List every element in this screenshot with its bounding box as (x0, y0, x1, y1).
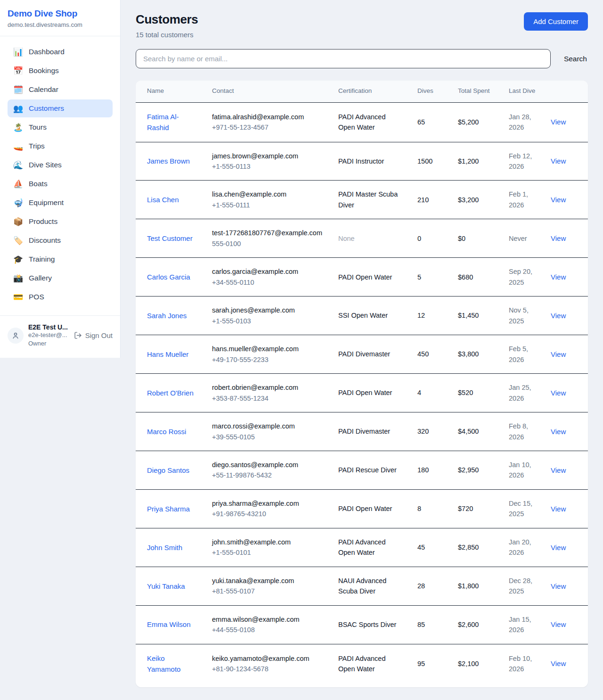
customer-name-link[interactable]: John Smith (147, 544, 182, 552)
speedboat-icon: 🚤 (13, 142, 23, 150)
sidebar-item-tours[interactable]: 🏝️Tours (8, 118, 113, 136)
sidebar-item-dive-sites[interactable]: 🌊Dive Sites (8, 156, 113, 174)
view-link[interactable]: View (551, 544, 566, 552)
view-link[interactable]: View (551, 118, 566, 126)
view-link[interactable]: View (551, 389, 566, 397)
customer-name-link[interactable]: Lisa Chen (147, 196, 179, 204)
customer-name-link[interactable]: Keiko Yamamoto (147, 654, 180, 673)
customer-email: test-1772681807767@example.com (212, 228, 323, 238)
customer-email: sarah.jones@example.com (212, 305, 323, 315)
sign-out-button[interactable]: Sign Out (74, 331, 113, 339)
table-row: Carlos Garciacarlos.garcia@example.com+3… (136, 258, 588, 296)
customers-table: Name Contact Certification Dives Total S… (136, 81, 588, 687)
customer-name-link[interactable]: Test Customer (147, 234, 193, 242)
table-row: Keiko Yamamotokeiko.yamamoto@example.com… (136, 644, 588, 687)
customer-dives: 45 (410, 528, 450, 567)
customer-dives: 65 (410, 102, 450, 142)
customer-last-dive: Never (501, 219, 551, 258)
customer-email: james.brown@example.com (212, 151, 323, 161)
sidebar-item-boats[interactable]: ⛵Boats (8, 175, 113, 193)
customer-dives: 12 (410, 296, 450, 335)
sidebar-item-customers[interactable]: 👥Customers (8, 99, 113, 117)
customer-name-link[interactable]: Priya Sharma (147, 505, 190, 513)
view-link[interactable]: View (551, 196, 566, 204)
sidebar-item-pos[interactable]: 💳POS (8, 288, 113, 306)
customer-name-link[interactable]: Fatima Al-Rashid (147, 113, 179, 132)
bar-chart-icon: 📊 (13, 48, 23, 56)
customer-email: emma.wilson@example.com (212, 614, 323, 625)
customer-certification: PADI Master Scuba Diver (331, 181, 410, 219)
spiral-calendar-icon: 🗓️ (13, 86, 23, 94)
view-link[interactable]: View (551, 312, 566, 320)
user-role: Owner (28, 339, 68, 348)
customer-name-link[interactable]: Carlos Garcia (147, 273, 190, 281)
customer-certification: PADI Advanced Open Water (331, 102, 410, 142)
customer-email: lisa.chen@example.com (212, 189, 323, 199)
customer-phone: +44-555-0108 (212, 625, 323, 635)
sidebar-item-calendar[interactable]: 🗓️Calendar (8, 81, 113, 99)
customer-phone: +49-170-555-2233 (212, 354, 323, 365)
table-row: Hans Muellerhans.mueller@example.com+49-… (136, 335, 588, 374)
customer-name-link[interactable]: Diego Santos (147, 466, 189, 474)
view-link[interactable]: View (551, 620, 566, 628)
view-link[interactable]: View (551, 234, 566, 242)
sidebar-item-products[interactable]: 📦Products (8, 213, 113, 231)
customer-email: fatima.alrashid@example.com (212, 112, 323, 122)
column-header-last-dive: Last Dive (501, 81, 551, 102)
customer-last-dive: Jan 20, 2026 (501, 528, 551, 567)
sidebar: Demo Dive Shop demo.test.divestreams.com… (0, 0, 121, 358)
customer-last-dive: Feb 8, 2026 (501, 412, 551, 451)
view-link[interactable]: View (551, 350, 566, 358)
view-link[interactable]: View (551, 582, 566, 590)
search-button[interactable]: Search (563, 53, 588, 65)
customer-last-dive: Dec 28, 2025 (501, 567, 551, 605)
customer-dives: 0 (410, 219, 450, 258)
search-input[interactable] (136, 49, 551, 68)
sidebar-item-label: Gallery (29, 274, 52, 282)
shop-subdomain: demo.test.divestreams.com (8, 21, 113, 28)
customer-dives: 85 (410, 605, 450, 644)
table-row: Marco Rossimarco.rossi@example.com+39-55… (136, 412, 588, 451)
sidebar-item-dashboard[interactable]: 📊Dashboard (8, 43, 113, 61)
island-icon: 🏝️ (13, 124, 23, 132)
sidebar-item-gallery[interactable]: 📸Gallery (8, 269, 113, 287)
customer-name-link[interactable]: Robert O'Brien (147, 389, 194, 397)
view-link[interactable]: View (551, 428, 566, 436)
view-link[interactable]: View (551, 273, 566, 281)
sidebar-item-equipment[interactable]: 🤿Equipment (8, 194, 113, 212)
customer-phone: +55-11-99876-5432 (212, 470, 323, 480)
table-row: Yuki Tanakayuki.tanaka@example.com+81-55… (136, 567, 588, 605)
sidebar-item-bookings[interactable]: 📅Bookings (8, 62, 113, 80)
user-section: E2E Test U... e2e-tester@... Owner Sign … (0, 315, 120, 358)
add-customer-button[interactable]: Add Customer (524, 12, 588, 31)
label-tag-icon: 🏷️ (13, 237, 23, 245)
customer-certification: PADI Advanced Open Water (331, 644, 410, 687)
customer-total-spent: $0 (450, 219, 501, 258)
calendar-icon: 📅 (13, 67, 23, 75)
table-row: Fatima Al-Rashidfatima.alrashid@example.… (136, 102, 588, 142)
customer-name-link[interactable]: Sarah Jones (147, 312, 187, 320)
package-icon: 📦 (13, 218, 23, 226)
customer-email: carlos.garcia@example.com (212, 266, 323, 277)
table-row: James Brownjames.brown@example.com+1-555… (136, 142, 588, 181)
customer-name-link[interactable]: Yuki Tanaka (147, 582, 185, 590)
customer-count: 15 total customers (136, 31, 198, 39)
customer-name-link[interactable]: Hans Mueller (147, 350, 188, 358)
customer-certification: PADI Divemaster (331, 412, 410, 451)
view-link[interactable]: View (551, 659, 566, 667)
customer-name-link[interactable]: Emma Wilson (147, 620, 191, 628)
view-link[interactable]: View (551, 157, 566, 165)
customer-total-spent: $2,100 (450, 644, 501, 687)
view-link[interactable]: View (551, 466, 566, 474)
sidebar-item-training[interactable]: 🎓Training (8, 250, 113, 268)
customer-last-dive: Sep 20, 2025 (501, 258, 551, 296)
customer-dives: 210 (410, 181, 450, 219)
sidebar-item-discounts[interactable]: 🏷️Discounts (8, 231, 113, 249)
customer-name-link[interactable]: James Brown (147, 157, 190, 165)
customer-phone: +39-555-0105 (212, 432, 323, 442)
customer-total-spent: $1,200 (450, 142, 501, 181)
page-title: Customers (136, 12, 198, 27)
sidebar-item-trips[interactable]: 🚤Trips (8, 137, 113, 155)
view-link[interactable]: View (551, 505, 566, 513)
customer-name-link[interactable]: Marco Rossi (147, 428, 186, 436)
